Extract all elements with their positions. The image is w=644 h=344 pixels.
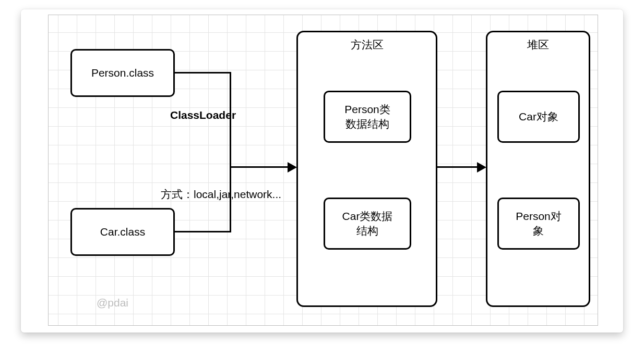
connector-line xyxy=(230,166,231,232)
loader-modes-label: 方式：local,jar,network... xyxy=(161,187,281,202)
person-struct-label: Person类 数据结构 xyxy=(344,102,390,132)
box-person-struct: Person类 数据结构 xyxy=(324,91,411,143)
connector-line xyxy=(230,72,231,168)
method-area-title: 方法区 xyxy=(298,38,436,52)
watermark: @pdai xyxy=(97,297,128,309)
connector-line xyxy=(175,72,231,73)
arrow-icon xyxy=(288,162,297,173)
box-person-class: Person.class xyxy=(70,49,175,97)
box-car-object: Car对象 xyxy=(497,91,580,143)
classloader-label: ClassLoader xyxy=(170,109,236,121)
connector-line xyxy=(437,166,478,168)
connector-line xyxy=(230,166,289,168)
car-struct-label: Car类数据 结构 xyxy=(342,209,393,239)
connector-line xyxy=(175,231,231,232)
person-class-label: Person.class xyxy=(91,66,154,80)
arrow-icon xyxy=(477,162,486,173)
box-person-object: Person对 象 xyxy=(497,198,580,250)
heap-area-title: 堆区 xyxy=(487,38,589,52)
grid-canvas: Person.class Car.class 方法区 Person类 数据结构 … xyxy=(48,15,598,326)
box-car-class: Car.class xyxy=(70,208,175,256)
car-object-label: Car对象 xyxy=(519,109,558,124)
person-object-label: Person对 象 xyxy=(516,209,562,239)
box-car-struct: Car类数据 结构 xyxy=(324,198,411,250)
diagram-card: Person.class Car.class 方法区 Person类 数据结构 … xyxy=(21,9,623,333)
method-area: 方法区 xyxy=(296,31,437,307)
car-class-label: Car.class xyxy=(100,225,145,239)
heap-area: 堆区 xyxy=(486,31,590,307)
